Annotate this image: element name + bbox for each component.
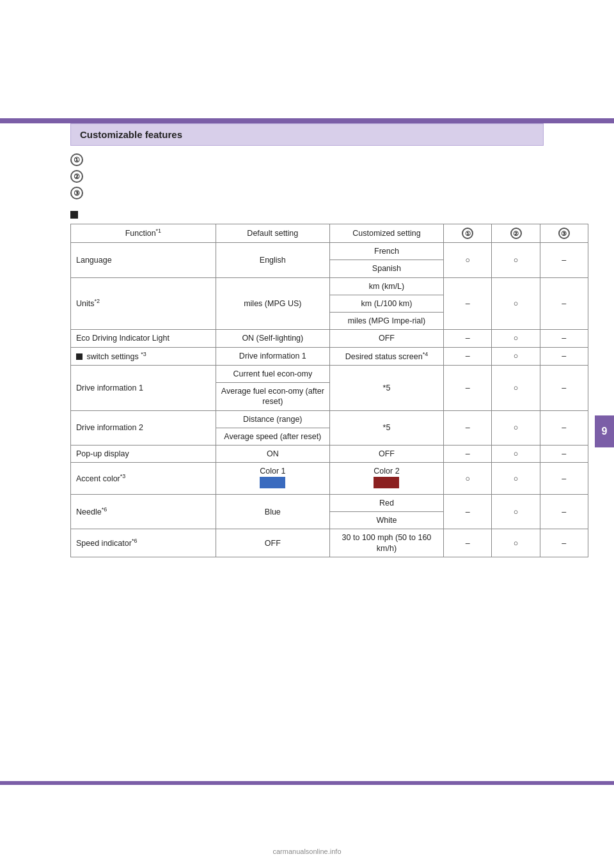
section-marker <box>70 211 81 219</box>
td-popup-c3: – <box>540 446 588 463</box>
legend-circle-2: ② <box>70 170 83 183</box>
td-eco-c1: – <box>444 330 492 347</box>
td-accent-c1: ○ <box>444 463 492 495</box>
td-switch-c3: – <box>540 347 588 365</box>
td-language-c3: – <box>540 243 588 278</box>
td-driveinfo1-c3: – <box>540 365 588 410</box>
td-driveinfo1-c2: ○ <box>492 365 540 410</box>
td-units-c1: – <box>444 277 492 330</box>
watermark: carmanualsonline.info <box>0 848 614 855</box>
td-driveinfo2-c3: – <box>540 410 588 446</box>
td-driveinfo2-default-1: Distance (range) <box>216 410 329 428</box>
td-switch-fn: switch settings *3 <box>71 347 216 365</box>
accent-custom-color-swatch <box>374 477 399 488</box>
td-driveinfo1-default-1: Current fuel econ-omy <box>216 365 329 382</box>
circle-2: ② <box>510 228 522 239</box>
section-header-text: Customizable features <box>80 129 182 140</box>
td-speed-default: OFF <box>216 529 329 557</box>
th-customized: Customized setting <box>329 224 443 243</box>
th-default: Default setting <box>216 224 329 243</box>
td-driveinfo1-custom: *5 <box>329 365 443 410</box>
td-units-custom-3: miles (MPG Impe-rial) <box>329 313 443 330</box>
circle-3: ③ <box>558 228 570 239</box>
td-switch-c1: – <box>444 347 492 365</box>
table-row: Units*2 miles (MPG US) km (km/L) – ○ – <box>71 277 588 295</box>
td-speed-fn: Speed indicator*6 <box>71 529 216 557</box>
table-row: Needle*6 Blue Red – ○ – <box>71 494 588 511</box>
customizable-features-table: Function*1 Default setting Customized se… <box>70 224 588 557</box>
td-driveinfo2-c1: – <box>444 410 492 446</box>
td-switch-c2: ○ <box>492 347 540 365</box>
td-language-c1: ○ <box>444 243 492 278</box>
td-popup-fn: Pop-up display <box>71 446 216 463</box>
td-speed-c3: – <box>540 529 588 557</box>
table-header-row: Function*1 Default setting Customized se… <box>71 224 588 243</box>
black-square-icon <box>70 211 78 219</box>
td-accent-c3: – <box>540 463 588 495</box>
th-col2: ② <box>492 224 540 243</box>
td-speed-c2: ○ <box>492 529 540 557</box>
td-popup-c1: – <box>444 446 492 463</box>
td-switch-custom: Desired status screen*4 <box>329 347 443 365</box>
td-driveinfo1-fn: Drive information 1 <box>71 365 216 410</box>
legend-item-1: ① <box>70 153 88 166</box>
table-row: Accent color*3 Color 1 Color 2 ○ ○ – <box>71 463 588 495</box>
legend-circle-3: ③ <box>70 187 83 199</box>
td-eco-c2: ○ <box>492 330 540 347</box>
circle-1: ① <box>462 228 473 239</box>
td-eco-custom: OFF <box>329 330 443 347</box>
td-units-custom-1: km (km/L) <box>329 277 443 295</box>
td-eco-default: ON (Self-lighting) <box>216 330 329 347</box>
table-row: Drive information 2 Distance (range) *5 … <box>71 410 588 428</box>
td-switch-default: Drive information 1 <box>216 347 329 365</box>
td-units-fn: Units*2 <box>71 277 216 330</box>
table-row: Speed indicator*6 OFF 30 to 100 mph (50 … <box>71 529 588 557</box>
td-popup-default: ON <box>216 446 329 463</box>
td-needle-fn: Needle*6 <box>71 494 216 529</box>
td-language-custom-2: Spanish <box>329 260 443 277</box>
page-number-tab: 9 <box>595 415 614 447</box>
td-eco-fn: Eco Driving Indicator Light <box>71 330 216 347</box>
td-driveinfo1-default-2: Average fuel econ-omy (after reset) <box>216 383 329 411</box>
td-language-fn: Language <box>71 243 216 278</box>
td-popup-c2: ○ <box>492 446 540 463</box>
table-row: switch settings *3 Drive information 1 D… <box>71 347 588 365</box>
th-function: Function*1 <box>71 224 216 243</box>
table-wrapper: Function*1 Default setting Customized se… <box>70 224 588 557</box>
switch-square-icon <box>76 353 83 360</box>
td-language-default: English <box>216 243 329 278</box>
td-speed-custom: 30 to 100 mph (50 to 160 km/h) <box>329 529 443 557</box>
td-needle-custom-1: Red <box>329 494 443 511</box>
top-bar <box>0 118 614 123</box>
td-accent-c2: ○ <box>492 463 540 495</box>
td-units-c2: ○ <box>492 277 540 330</box>
page-number: 9 <box>602 426 608 437</box>
legend-circle-1: ① <box>70 153 83 166</box>
td-needle-c2: ○ <box>492 494 540 529</box>
page-container: Customizable features ① ② ③ Function*1 <box>0 0 614 868</box>
td-units-c3: – <box>540 277 588 330</box>
accent-default-color-swatch <box>260 477 285 488</box>
td-accent-default: Color 1 <box>216 463 329 495</box>
section-header: Customizable features <box>70 123 544 146</box>
td-needle-default: Blue <box>216 494 329 529</box>
td-accent-custom: Color 2 <box>329 463 443 495</box>
legend-item-2: ② <box>70 170 88 183</box>
td-eco-c3: – <box>540 330 588 347</box>
td-accent-fn: Accent color*3 <box>71 463 216 495</box>
legend-item-3: ③ <box>70 187 88 199</box>
td-popup-custom: OFF <box>329 446 443 463</box>
watermark-text: carmanualsonline.info <box>272 848 341 855</box>
td-driveinfo1-c1: – <box>444 365 492 410</box>
table-row: Language English French ○ ○ – <box>71 243 588 260</box>
td-needle-c3: – <box>540 494 588 529</box>
td-driveinfo2-custom: *5 <box>329 410 443 446</box>
table-row: Pop-up display ON OFF – ○ – <box>71 446 588 463</box>
legend-area: ① ② ③ <box>70 153 88 203</box>
td-units-default: miles (MPG US) <box>216 277 329 330</box>
bottom-bar <box>0 781 614 785</box>
td-language-custom-1: French <box>329 243 443 260</box>
td-driveinfo2-c2: ○ <box>492 410 540 446</box>
table-row: Eco Driving Indicator Light ON (Self-lig… <box>71 330 588 347</box>
th-col1: ① <box>444 224 492 243</box>
